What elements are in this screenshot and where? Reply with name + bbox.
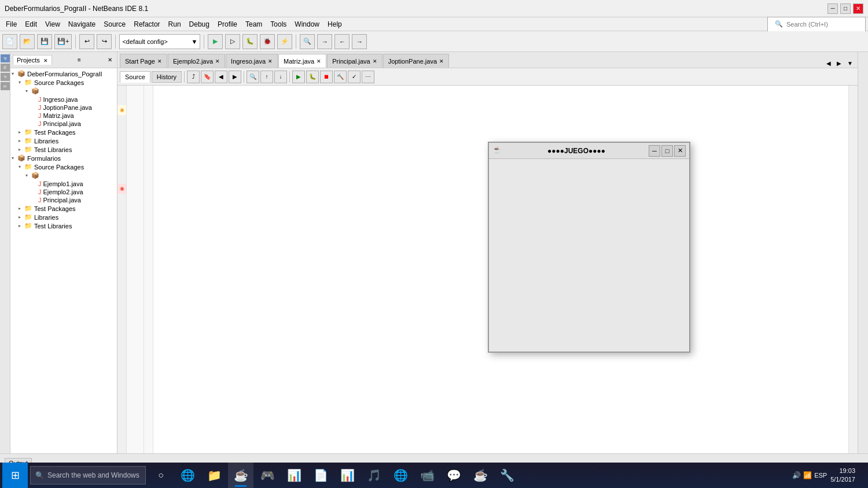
tree-item-3[interactable]: J Ingreso.java [12,95,116,103]
find-btn[interactable]: 🔍 [300,34,315,49]
menu-run[interactable]: Run [165,19,185,29]
new-btn[interactable]: 📄 [2,34,17,49]
taskbar-search[interactable]: 🔍 Search the web and Windows [30,466,146,485]
navigate-btn[interactable]: → [317,34,332,49]
tree-item-8[interactable]: ▸ 📁 Libraries [12,136,116,145]
sidebar-icon-3[interactable]: F [1,73,10,81]
next-occurrence-btn[interactable]: ↓ [274,71,287,83]
save-all-btn[interactable]: 💾+ [54,34,72,49]
taskbar-extra[interactable]: 🔧 [494,463,520,488]
projects-tab-close[interactable]: ✕ [43,58,48,64]
config-dropdown[interactable]: <default config> ▼ [119,34,200,49]
taskbar-explorer[interactable]: 📁 [201,463,227,488]
build-btn[interactable]: 🔨 [334,71,347,83]
lang-indicator[interactable]: ESP [814,472,827,479]
back-btn[interactable]: ← [334,34,350,49]
find-usages-btn[interactable]: 🔍 [247,71,259,83]
sidebar-icon-1[interactable]: P [1,54,10,62]
taskbar-excel[interactable]: 📊 [281,463,307,488]
taskbar-cortana[interactable]: ○ [148,463,174,488]
tree-item-17[interactable]: ▸ 📁 Libraries [12,213,116,221]
debug-btn[interactable]: 🐛 [242,34,258,49]
tree-item-11[interactable]: ▾ 📁 Source Packages [12,162,116,171]
tree-item-18[interactable]: ▸ 📁 Test Libraries [12,221,116,230]
tab-close-ingreso[interactable]: ✕ [268,58,273,64]
undo-btn[interactable]: ↩ [79,34,94,49]
search-input[interactable] [786,21,862,28]
menu-help[interactable]: Help [324,19,345,29]
menu-source[interactable]: Source [100,19,129,29]
menu-refactor[interactable]: Refactor [130,19,163,29]
tree-item-10[interactable]: ▾ 📦 Formularios [12,154,116,162]
tree-item-6[interactable]: J Principal.java [12,120,116,128]
tree-item-12[interactable]: ▾ 📦 [12,171,116,180]
projects-tab[interactable]: Projects ✕ [13,55,52,65]
taskbar-netbeans[interactable]: ☕ [228,463,253,488]
tab-start-page[interactable]: Start Page ✕ [120,54,167,68]
tab-next-btn[interactable]: ▶ [834,59,844,68]
tab-close-principal[interactable]: ✕ [373,58,377,64]
prev-bookmark-btn[interactable]: ◀ [215,71,227,83]
prev-occurrence-btn[interactable]: ↑ [260,71,273,83]
run-project-btn[interactable]: ▶ [208,34,223,49]
stop-btn[interactable]: ⏹ [320,71,333,83]
juego-maximize-btn[interactable]: □ [661,145,673,157]
taskbar-edge[interactable]: 🌐 [175,463,200,488]
sidebar-icon-4[interactable]: S [1,82,10,90]
tab-ingreso[interactable]: Ingreso.java ✕ [226,54,278,68]
menu-window[interactable]: Window [291,19,323,29]
close-btn[interactable]: ✕ [853,3,863,14]
panel-minimize-btn[interactable]: ≡ [75,56,84,65]
taskbar-word[interactable]: 📄 [308,463,333,488]
open-btn[interactable]: 📂 [20,34,35,49]
menu-tools[interactable]: Tools [267,19,290,29]
tab-menu-btn[interactable]: ▼ [845,59,855,68]
goto-decl-btn[interactable]: ⤴ [187,71,200,83]
menu-team[interactable]: Team [242,19,266,29]
taskbar-powerpoint[interactable]: 📊 [334,463,360,488]
menu-navigate[interactable]: Navigate [65,19,99,29]
juego-minimize-btn[interactable]: ─ [649,145,660,157]
taskbar-java[interactable]: ☕ [468,463,493,488]
global-search[interactable]: 🔍 [767,17,866,32]
tab-close-joption[interactable]: ✕ [439,58,444,64]
tree-item-0[interactable]: ▾ 📦 DeberFormularios_PograII [12,69,116,78]
panel-close-btn[interactable]: ✕ [105,56,115,65]
tree-item-7[interactable]: ▸ 📁 Test Packages [12,128,116,136]
menu-view[interactable]: View [42,19,64,29]
tree-item-16[interactable]: ▸ 📁 Test Packages [12,204,116,213]
menu-profile[interactable]: Profile [214,19,241,29]
maximize-btn[interactable]: □ [840,3,851,14]
start-button[interactable]: ⊞ [2,463,28,488]
tab-prev-btn[interactable]: ◀ [824,59,833,68]
tree-item-13[interactable]: J Ejemplo1.java [12,180,116,188]
more-btn[interactable]: ⋯ [362,71,374,83]
debug-code-btn[interactable]: 🐛 [306,71,319,83]
network-icon[interactable]: 📶 [803,471,812,479]
minimize-btn[interactable]: ─ [827,3,838,14]
forward-btn[interactable]: → [352,34,367,49]
tree-item-2[interactable]: ▾ 📦 [12,87,116,95]
sidebar-icon-2[interactable]: N [1,64,10,72]
tab-principal[interactable]: Principal.java ✕ [327,54,382,68]
taskbar-xbox[interactable]: 🎮 [255,463,280,488]
debug-file-btn[interactable]: 🐞 [260,34,275,49]
tree-item-1[interactable]: ▾ 📁 Source Packages [12,78,116,87]
tab-ejemplo2[interactable]: Ejemplo2.java ✕ [168,54,225,68]
save-btn[interactable]: 💾 [37,34,52,49]
tab-close-ejemplo2[interactable]: ✕ [215,58,220,64]
redo-btn[interactable]: ↪ [97,34,112,49]
run-file-btn[interactable]: ▷ [225,34,240,49]
taskbar-obs[interactable]: 📹 [414,463,440,488]
menu-debug[interactable]: Debug [186,19,213,29]
run-btn[interactable]: ▶ [292,71,305,83]
toggle-bookmark-btn[interactable]: 🔖 [201,71,214,83]
tree-item-15[interactable]: J Principal.java [12,196,116,204]
source-tab[interactable]: Source [120,71,150,83]
menu-file[interactable]: File [2,19,20,29]
taskbar-clock[interactable]: 19:03 5/1/2017 [830,467,855,485]
tree-item-5[interactable]: J Matriz.java [12,112,116,120]
tree-item-4[interactable]: J JoptionPane.java [12,103,116,112]
taskbar-chrome[interactable]: 🌐 [388,463,413,488]
tree-item-9[interactable]: ▸ 📁 Test Libraries [12,145,116,154]
